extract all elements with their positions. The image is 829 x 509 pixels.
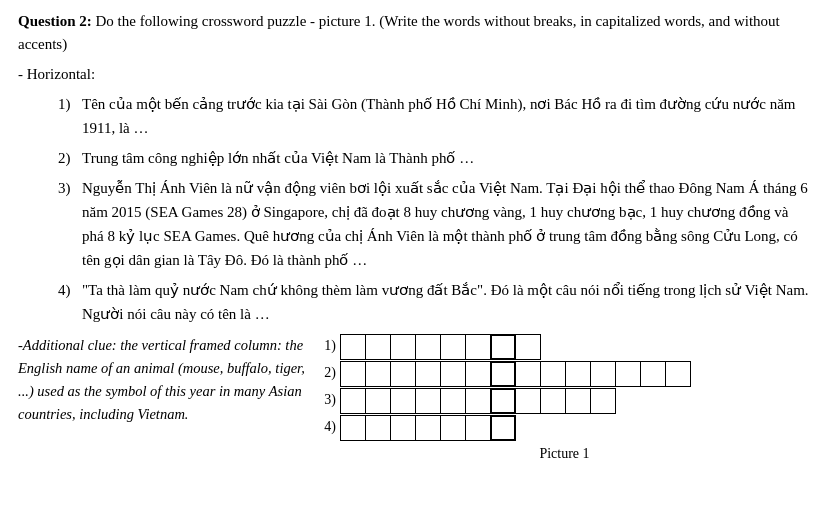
cell-highlight[interactable] [490,388,516,414]
cell[interactable] [365,334,391,360]
clue-1-num: 1) [58,92,78,140]
cells-row-2 [340,361,690,386]
grid-row-3: 3) [318,388,690,413]
cell[interactable] [415,361,441,387]
picture-label: Picture 1 [318,446,811,462]
cell[interactable] [390,388,416,414]
cell[interactable] [390,415,416,441]
row-label-4: 4) [318,419,340,435]
cell[interactable] [540,361,566,387]
cell[interactable] [665,361,691,387]
clue-3: 3) Nguyễn Thị Ánh Viên là nữ vận động vi… [58,176,811,272]
cell[interactable] [515,388,541,414]
cell[interactable] [465,415,491,441]
cell[interactable] [390,334,416,360]
question-header: Question 2: Do the following crossword p… [18,10,811,55]
clue-1: 1) Tên của một bến cảng trước kia tại Sà… [58,92,811,140]
cell[interactable] [465,334,491,360]
cell[interactable] [565,388,591,414]
cell[interactable] [515,361,541,387]
bottom-section: -Additional clue: the vertical framed co… [18,334,811,462]
cell[interactable] [365,415,391,441]
question-text: Do the following crossword puzzle - pict… [18,13,780,52]
cell[interactable] [440,334,466,360]
cells-row-1 [340,334,540,359]
cell-highlight[interactable] [490,415,516,441]
row-label-2: 2) [318,365,340,381]
cell[interactable] [365,361,391,387]
cell[interactable] [340,388,366,414]
cell[interactable] [340,334,366,360]
cell[interactable] [590,388,616,414]
additional-clue: -Additional clue: the vertical framed co… [18,334,308,427]
cell[interactable] [465,388,491,414]
row-label-3: 3) [318,392,340,408]
cell-highlight[interactable] [490,361,516,387]
clue-2-text: Trung tâm công nghiệp lớn nhất của Việt … [82,146,474,170]
cell[interactable] [440,361,466,387]
cell[interactable] [415,334,441,360]
clue-4-num: 4) [58,278,78,326]
cell[interactable] [415,388,441,414]
cell[interactable] [390,361,416,387]
clue-2: 2) Trung tâm công nghiệp lớn nhất của Vi… [58,146,811,170]
grid-row-1: 1) [318,334,690,359]
cell[interactable] [640,361,666,387]
clue-3-num: 3) [58,176,78,272]
cell[interactable] [415,415,441,441]
cell[interactable] [615,361,641,387]
cell[interactable] [440,388,466,414]
cell[interactable] [590,361,616,387]
grid-row-4: 4) [318,415,690,440]
cells-row-3 [340,388,615,413]
question-number: Question 2: [18,13,92,29]
cell[interactable] [340,415,366,441]
clue-3-text: Nguyễn Thị Ánh Viên là nữ vận động viên … [82,176,811,272]
clue-2-num: 2) [58,146,78,170]
horizontal-label: - Horizontal: [18,63,811,86]
clue-4-text: "Ta thà làm quỷ nước Nam chứ không thèm … [82,278,811,326]
crossword-grid: 1) 2) [318,334,690,440]
cell[interactable] [440,415,466,441]
row-label-1: 1) [318,338,340,354]
cell[interactable] [465,361,491,387]
cell[interactable] [340,361,366,387]
cell[interactable] [565,361,591,387]
grid-row-2: 2) [318,361,690,386]
cell[interactable] [365,388,391,414]
cells-row-4 [340,415,515,440]
cell[interactable] [540,388,566,414]
crossword-area: 1) 2) [308,334,811,462]
cell-highlight[interactable] [490,334,516,360]
clue-1-text: Tên của một bến cảng trước kia tại Sài G… [82,92,811,140]
cell[interactable] [515,334,541,360]
clue-4: 4) "Ta thà làm quỷ nước Nam chứ không th… [58,278,811,326]
